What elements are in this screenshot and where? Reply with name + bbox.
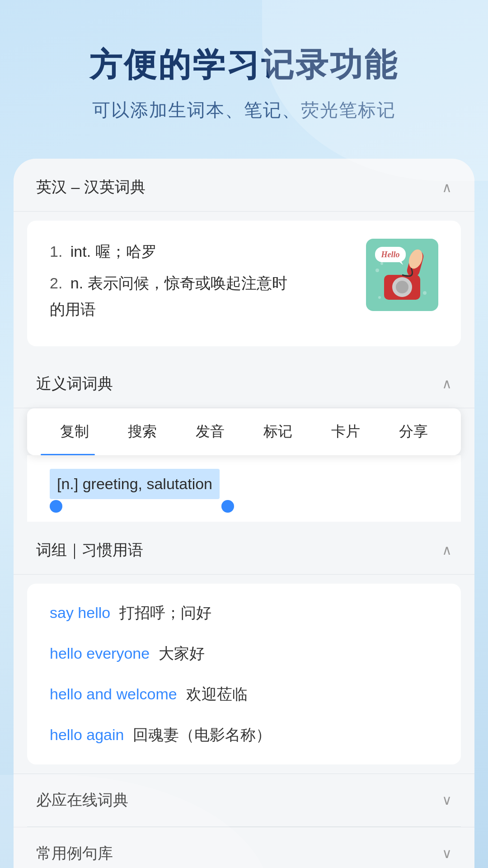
text-selection-cursor-right: [221, 500, 234, 513]
context-menu-card[interactable]: 卡片: [312, 417, 380, 446]
phrases-card: say hello 打招呼；问好 hello everyone 大家好 hell…: [27, 584, 461, 764]
def-pos-1: int.: [70, 243, 95, 260]
phrase-en-2: hello everyone: [50, 645, 150, 662]
phrase-item-4[interactable]: hello again 回魂妻（电影名称）: [27, 715, 461, 755]
phrases-section: 词组｜习惯用语 ∧ say hello 打招呼；问好 hello everyon…: [14, 522, 474, 764]
definition-item-1: 1. int. 喔；哈罗: [50, 239, 352, 265]
english-chinese-dict-header[interactable]: 英汉 – 汉英词典 ∧: [14, 159, 474, 212]
main-card: 英汉 – 汉英词典 ∧ 1. int. 喔；哈罗 2. n. 表示问候，惊奇或唤…: [14, 159, 474, 868]
phrase-zh-1: 打招呼；问好: [119, 603, 211, 623]
definition-text: 1. int. 喔；哈罗 2. n. 表示问候，惊奇或唤起注意时的用语: [50, 239, 352, 328]
phrase-zh-4: 回魂妻（电影名称）: [133, 725, 271, 745]
phrase-en-4: hello again: [50, 726, 124, 744]
svg-point-10: [423, 291, 427, 295]
def-pos-2: n.: [70, 274, 88, 292]
bing-online-dict-header[interactable]: 必应在线词典 ∨: [14, 774, 474, 826]
svg-point-9: [380, 262, 383, 265]
def-number-2: 2.: [50, 274, 62, 292]
context-menu-underline: [41, 454, 95, 455]
bing-online-dict-section: 必应在线词典 ∨: [14, 774, 474, 826]
phrase-en-1: say hello: [50, 604, 110, 622]
page-subtitle: 可以添加生词本、笔记、荧光笔标记: [36, 98, 452, 123]
text-selection-cursor-left: [50, 500, 62, 513]
phrase-zh-3: 欢迎莅临: [186, 684, 248, 705]
common-sentences-label: 常用例句库: [36, 843, 113, 864]
english-chinese-dict-section: 英汉 – 汉英词典 ∧ 1. int. 喔；哈罗 2. n. 表示问候，惊奇或唤…: [14, 159, 474, 346]
common-sentences-section: 常用例句库 ∨: [14, 827, 474, 868]
definition-item-2: 2. n. 表示问候，惊奇或唤起注意时的用语: [50, 270, 352, 323]
telephone-svg: Hello: [371, 243, 434, 307]
svg-point-2: [396, 281, 408, 293]
english-chinese-chevron-icon: ∧: [442, 179, 452, 195]
context-menu-mark[interactable]: 标记: [244, 417, 312, 446]
synonyms-section-label: 近义词词典: [36, 373, 113, 394]
bing-online-dict-label: 必应在线词典: [36, 790, 128, 811]
common-sentences-chevron-icon: ∨: [442, 845, 452, 861]
common-sentences-header[interactable]: 常用例句库 ∨: [14, 827, 474, 868]
phrase-zh-2: 大家好: [159, 643, 205, 664]
synonyms-section: 近义词词典 ∧ 复制 搜索 发音 标记 卡片 分享 [n.] greeting,…: [14, 355, 474, 522]
synonyms-section-header[interactable]: 近义词词典 ∧: [14, 355, 474, 408]
english-chinese-dict-label: 英汉 – 汉英词典: [36, 177, 145, 198]
svg-point-11: [378, 296, 381, 299]
def-number-1: 1.: [50, 243, 62, 260]
phrase-item-2[interactable]: hello everyone 大家好: [27, 633, 461, 674]
phrases-chevron-icon: ∧: [442, 542, 452, 558]
phrase-en-3: hello and welcome: [50, 685, 177, 703]
header: 方便的学习记录功能 可以添加生词本、笔记、荧光笔标记: [0, 0, 488, 150]
highlighted-text-area: [n.] greeting, salutation: [27, 455, 461, 522]
def-meaning-1: 喔；哈罗: [95, 243, 157, 260]
context-menu: 复制 搜索 发音 标记 卡片 分享: [27, 408, 461, 455]
bing-chevron-down-icon: ∨: [442, 792, 452, 808]
page-title: 方便的学习记录功能: [36, 45, 452, 84]
phrase-item-1[interactable]: say hello 打招呼；问好: [27, 593, 461, 633]
phrases-section-header[interactable]: 词组｜习惯用语 ∧: [14, 522, 474, 575]
hello-illustration: Hello: [366, 239, 438, 311]
definition-card: 1. int. 喔；哈罗 2. n. 表示问候，惊奇或唤起注意时的用语: [27, 221, 461, 346]
svg-text:Hello: Hello: [381, 250, 400, 259]
context-menu-share[interactable]: 分享: [380, 417, 447, 446]
phrase-item-3[interactable]: hello and welcome 欢迎莅临: [27, 674, 461, 715]
phrases-section-label: 词组｜习惯用语: [36, 540, 143, 561]
context-menu-search[interactable]: 搜索: [108, 417, 176, 446]
context-menu-copy[interactable]: 复制: [41, 417, 108, 446]
svg-point-8: [375, 269, 379, 272]
context-menu-pronounce[interactable]: 发音: [176, 417, 244, 446]
synonyms-chevron-icon: ∧: [442, 376, 452, 392]
highlighted-synonym-text: [n.] greeting, salutation: [50, 469, 220, 499]
